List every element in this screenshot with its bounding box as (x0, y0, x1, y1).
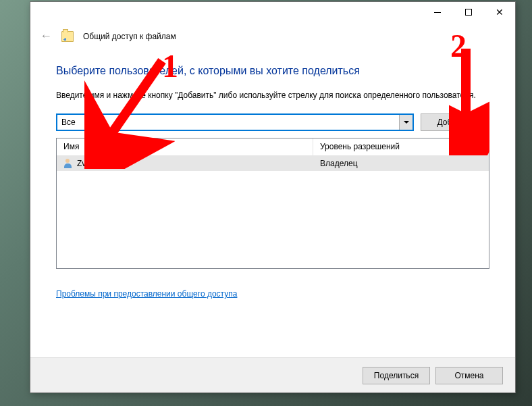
cancel-button[interactable]: Отмена (435, 367, 503, 384)
users-list: Имя Уровень разрешений Zver Владелец (56, 138, 489, 269)
help-link[interactable]: Проблемы при предоставлении общего досту… (56, 289, 237, 299)
user-icon (63, 159, 73, 168)
chevron-down-icon[interactable] (399, 115, 413, 130)
instructions-text: Введите имя и нажмите кнопку "Добавить" … (56, 89, 489, 101)
content-area: Выберите пользователей, с которыми вы хо… (30, 65, 515, 299)
folder-share-icon (61, 31, 74, 42)
column-header-name[interactable]: Имя (57, 138, 313, 155)
back-arrow-icon[interactable]: ← (40, 29, 52, 43)
row-name-cell: Zver (57, 159, 313, 168)
share-button[interactable]: Поделиться (363, 367, 430, 384)
list-row[interactable]: Zver Владелец (57, 156, 489, 171)
close-button[interactable]: ✕ (484, 2, 515, 22)
user-combobox[interactable] (56, 113, 414, 131)
list-header: Имя Уровень разрешений (57, 138, 489, 156)
dialog-footer: Поделиться Отмена (30, 357, 515, 392)
minimize-icon (434, 12, 441, 13)
header-row: ← Общий доступ к файлам (30, 25, 515, 53)
row-name: Zver (77, 159, 93, 168)
row-permission: Владелец (320, 159, 358, 168)
row-permission-cell: Владелец (313, 159, 489, 168)
maximize-button[interactable] (453, 2, 484, 22)
window-title: Общий доступ к файлам (83, 32, 176, 41)
user-input-row: Добавить (56, 113, 489, 131)
main-heading: Выберите пользователей, с которыми вы хо… (56, 65, 489, 77)
share-dialog: ✕ ← Общий доступ к файлам Выберите польз… (30, 1, 516, 393)
close-icon: ✕ (496, 7, 504, 17)
user-input[interactable] (57, 115, 399, 130)
minimize-button[interactable] (422, 2, 453, 22)
column-header-permission[interactable]: Уровень разрешений (313, 138, 489, 155)
titlebar: ✕ (30, 2, 515, 25)
maximize-icon (465, 9, 472, 16)
add-button[interactable]: Добавить (421, 113, 489, 131)
